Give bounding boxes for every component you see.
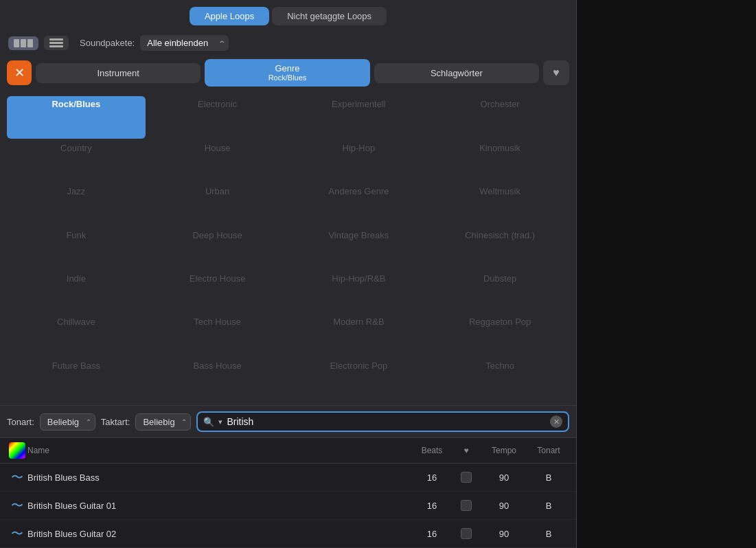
soundpakete-select[interactable]: Alle einblenden Nur installierte Benutze…	[140, 35, 229, 51]
table-header-row: Name Beats ♥ Tempo Tonart	[0, 438, 576, 464]
right-panel	[577, 0, 756, 548]
table-header-beats: Beats	[411, 446, 453, 455]
genre-grid: Rock/Blues Electronic Experimentell Orch…	[0, 91, 576, 405]
table-row[interactable]: 〜 British Blues Guitar 01 16 90 B	[0, 492, 576, 520]
table-header-icon	[7, 442, 27, 459]
clear-filter-button[interactable]: ✕	[7, 60, 32, 85]
genre-item-jazz[interactable]: Jazz	[7, 183, 146, 225]
genre-item-electro-house[interactable]: Electro House	[148, 271, 287, 312]
genre-item-future-bass[interactable]: Future Bass	[7, 358, 146, 400]
heart-checkbox-2[interactable]	[461, 500, 472, 511]
table-header-heart: ♥	[453, 446, 480, 455]
toolbar-row: Soundpakete: Alle einblenden Nur install…	[0, 31, 576, 55]
genre-item-country[interactable]: Country	[7, 140, 146, 182]
search-icon: 🔍	[203, 417, 214, 427]
genre-item-vintage-breaks[interactable]: Vintage Breaks	[290, 227, 428, 269]
genre-item-kinomusik[interactable]: Kinomusik	[431, 140, 569, 182]
table-header-tonart: Tonart	[528, 446, 569, 455]
apple-loops-logo	[9, 442, 25, 459]
tonart-select-wrapper: Beliebig CDEF GAB	[40, 413, 95, 431]
table-header-name: Name	[27, 446, 411, 455]
tonart-select[interactable]: Beliebig CDEF GAB	[40, 413, 95, 431]
results-table: Name Beats ♥ Tempo Tonart 〜 British Blue…	[0, 437, 576, 548]
genre-item-dubstep[interactable]: Dubstep	[431, 271, 569, 312]
genre-item-chinesisch[interactable]: Chinesisch (trad.)	[431, 227, 569, 269]
row-tempo-2: 90	[480, 501, 528, 511]
row-waveform-icon-1: 〜	[7, 469, 27, 486]
genre-item-experimentell[interactable]: Experimentell	[290, 96, 428, 138]
list-icon	[49, 38, 63, 47]
column-view-button[interactable]	[8, 36, 38, 50]
genre-item-bass-house[interactable]: Bass House	[148, 358, 287, 400]
row-heart-1	[453, 472, 480, 483]
nicht-getaggte-tab[interactable]: Nicht getaggte Loops	[272, 7, 387, 25]
genre-item-reggaeton-pop[interactable]: Reggaeton Pop	[431, 314, 569, 356]
genre-item-tech-house[interactable]: Tech House	[148, 314, 287, 356]
search-dropdown-chevron[interactable]: ▾	[218, 418, 222, 426]
genre-label: Genre	[275, 64, 299, 73]
row-beats-2: 16	[411, 501, 453, 511]
genre-item-hiphop-rnb[interactable]: Hip-Hop/R&B	[290, 271, 428, 312]
row-waveform-icon-2: 〜	[7, 497, 27, 514]
row-name-2: British Blues Guitar 01	[27, 501, 411, 511]
columns-icon	[14, 39, 33, 47]
taktart-select-wrapper: Beliebig 4/43/46/8	[135, 413, 191, 431]
search-clear-button[interactable]: ✕	[550, 415, 562, 428]
genre-sub-label: Rock/Blues	[268, 73, 307, 82]
row-tonart-2: B	[528, 501, 569, 511]
genre-item-funk[interactable]: Funk	[7, 227, 146, 269]
taktart-select[interactable]: Beliebig 4/43/46/8	[135, 413, 191, 431]
row-tonart-3: B	[528, 529, 569, 539]
schlagwoerter-filter-button[interactable]: Schlagwörter	[374, 63, 539, 83]
row-tempo-1: 90	[480, 472, 528, 483]
soundpakete-label: Soundpakete:	[80, 38, 135, 48]
bottom-bar: Tonart: Beliebig CDEF GAB Taktart: Belie…	[0, 405, 576, 437]
row-tempo-3: 90	[480, 529, 528, 539]
genre-item-urban[interactable]: Urban	[148, 183, 287, 225]
genre-item-anderes-genre[interactable]: Anderes Genre	[290, 183, 428, 225]
table-row[interactable]: 〜 British Blues Bass 16 90 B	[0, 464, 576, 492]
row-beats-3: 16	[411, 529, 453, 539]
table-header-tempo: Tempo	[480, 446, 528, 455]
row-tonart-1: B	[528, 472, 569, 483]
row-name-1: British Blues Bass	[27, 472, 411, 483]
list-view-button[interactable]	[44, 36, 69, 50]
genre-item-electronic[interactable]: Electronic	[148, 96, 287, 138]
heart-checkbox-3[interactable]	[461, 528, 472, 539]
genre-item-weltmusik[interactable]: Weltmusik	[431, 183, 569, 225]
search-box: 🔍 ▾ ✕	[196, 411, 569, 432]
genre-item-rock-blues[interactable]: Rock/Blues	[7, 96, 146, 138]
search-input[interactable]	[227, 416, 546, 427]
top-tabs: Apple Loops Nicht getaggte Loops	[0, 0, 576, 31]
row-waveform-icon-3: 〜	[7, 525, 27, 542]
tonart-label: Tonart:	[7, 417, 34, 427]
genre-item-techno[interactable]: Techno	[431, 358, 569, 400]
genre-item-orchester[interactable]: Orchester	[431, 96, 569, 138]
genre-item-modern-rnb[interactable]: Modern R&B	[290, 314, 428, 356]
genre-item-deep-house[interactable]: Deep House	[148, 227, 287, 269]
row-beats-1: 16	[411, 472, 453, 483]
taktart-label: Taktart:	[101, 417, 130, 427]
genre-item-chillwave[interactable]: Chillwave	[7, 314, 146, 356]
favorites-filter-button[interactable]: ♥	[543, 60, 569, 85]
soundpakete-select-wrapper: Alle einblenden Nur installierte Benutze…	[140, 35, 229, 51]
apple-loops-tab[interactable]: Apple Loops	[190, 7, 269, 25]
genre-item-indie[interactable]: Indie	[7, 271, 146, 312]
row-heart-3	[453, 528, 480, 539]
row-name-3: British Blues Guitar 02	[27, 529, 411, 539]
filter-row: ✕ Instrument Genre Rock/Blues Schlagwört…	[0, 55, 576, 91]
main-panel: Apple Loops Nicht getaggte Loops Soundpa…	[0, 0, 577, 548]
row-heart-2	[453, 500, 480, 511]
table-row[interactable]: 〜 British Blues Guitar 02 16 90 B	[0, 520, 576, 548]
instrument-filter-button[interactable]: Instrument	[36, 63, 201, 83]
genre-item-electronic-pop[interactable]: Electronic Pop	[290, 358, 428, 400]
genre-item-hiphop[interactable]: Hip-Hop	[290, 140, 428, 182]
genre-filter-button[interactable]: Genre Rock/Blues	[205, 59, 369, 87]
heart-checkbox-1[interactable]	[461, 472, 472, 483]
genre-item-house[interactable]: House	[148, 140, 287, 182]
